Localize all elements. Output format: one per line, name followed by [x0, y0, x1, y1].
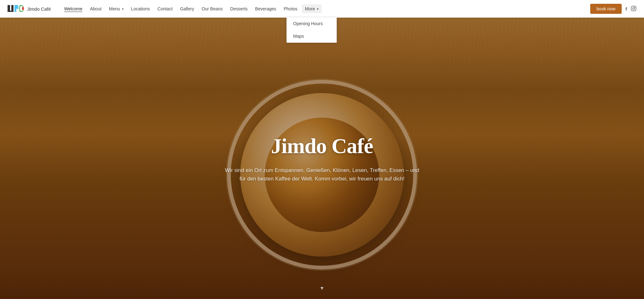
svg-rect-4 — [16, 5, 18, 9]
svg-rect-9 — [631, 6, 636, 11]
more-dropdown-arrow: ▾ — [317, 7, 319, 11]
nav-beverages[interactable]: Beverages — [252, 4, 279, 13]
hero-content: Jimdo Café Wir sind ein Ort zum Entspann… — [218, 134, 426, 183]
nav-photos[interactable]: Photos — [280, 4, 301, 13]
more-dropdown-menu: Opening Hours Maps — [286, 17, 337, 43]
instagram-link[interactable] — [631, 6, 636, 12]
navbar: Jimdo Café Welcome About Menu ▾ Location… — [0, 0, 644, 18]
svg-rect-1 — [8, 11, 11, 12]
nav-links: Welcome About Menu ▾ Locations Contact G… — [61, 4, 590, 13]
logo-link[interactable]: Jimdo Café — [8, 4, 51, 14]
svg-rect-3 — [14, 5, 16, 12]
brand-name: Jimdo Café — [27, 6, 51, 12]
scroll-indicator[interactable] — [319, 284, 325, 291]
nav-more[interactable]: More ▾ — [302, 4, 322, 13]
nav-gallery[interactable]: Gallery — [177, 4, 197, 13]
nav-right: book now f — [590, 4, 636, 14]
svg-point-10 — [633, 8, 635, 9]
nav-our-beans[interactable]: Our Beans — [198, 4, 226, 13]
nav-desserts[interactable]: Desserts — [227, 4, 251, 13]
hero-section: Jimdo Café Wir sind ein Ort zum Entspann… — [0, 0, 644, 299]
svg-point-8 — [22, 7, 24, 10]
svg-point-11 — [635, 7, 635, 7]
dropdown-maps[interactable]: Maps — [287, 30, 336, 42]
jimdo-logo-icon — [8, 4, 24, 14]
nav-menu[interactable]: Menu ▾ — [106, 4, 127, 13]
nav-contact[interactable]: Contact — [154, 4, 176, 13]
hero-subtitle: Wir sind ein Ort zum Entspannen, Genieße… — [225, 166, 419, 183]
menu-dropdown-arrow: ▾ — [122, 7, 124, 11]
dropdown-opening-hours[interactable]: Opening Hours — [287, 17, 336, 30]
book-now-button[interactable]: book now — [590, 4, 622, 14]
chevron-down-icon — [319, 284, 325, 291]
nav-about[interactable]: About — [87, 4, 105, 13]
svg-rect-2 — [11, 5, 14, 12]
more-dropdown-container: More ▾ Opening Hours Maps — [302, 4, 322, 13]
nav-welcome[interactable]: Welcome — [61, 4, 86, 13]
hero-title: Jimdo Café — [225, 134, 419, 158]
facebook-link[interactable]: f — [625, 6, 627, 12]
nav-locations[interactable]: Locations — [128, 4, 153, 13]
